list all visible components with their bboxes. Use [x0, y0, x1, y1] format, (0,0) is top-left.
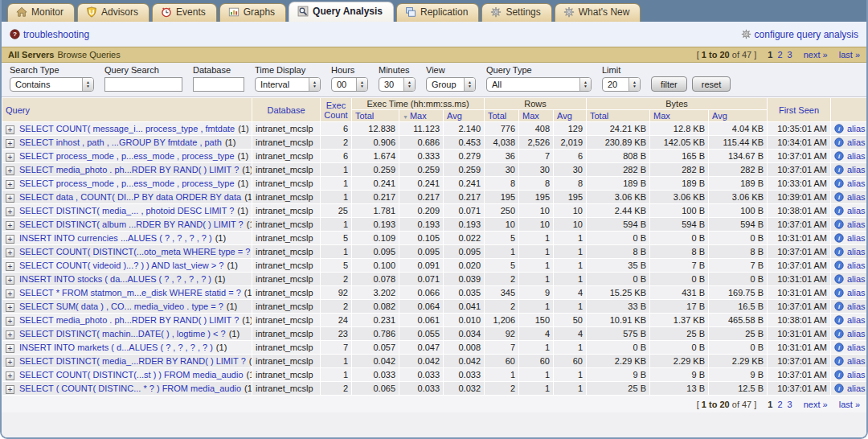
- query-link[interactable]: INSERT INTO markets ( d...ALUES ( ? , ? …: [19, 343, 213, 352]
- limit-select[interactable]: 20 ▲▼: [602, 77, 641, 92]
- col-header-exec-time-avg[interactable]: Avg: [444, 110, 484, 121]
- col-header-query[interactable]: Query: [2, 98, 252, 121]
- tab-graphs[interactable]: Graphs: [219, 3, 286, 22]
- col-header-rows-avg[interactable]: Avg: [554, 110, 586, 121]
- alias-link[interactable]: alias: [847, 343, 866, 352]
- expand-row-icon[interactable]: +: [6, 303, 14, 312]
- tab-settings[interactable]: Settings: [481, 3, 551, 22]
- query-search-input[interactable]: [104, 77, 182, 92]
- query-link[interactable]: SELECT DISTINCT( machin...DATE( ) , logt…: [19, 329, 226, 338]
- col-header-bytes-total[interactable]: Total: [587, 110, 649, 121]
- col-header-exec-count[interactable]: Exec Count: [321, 98, 351, 121]
- database-input[interactable]: [193, 77, 244, 92]
- alias-link[interactable]: alias: [847, 178, 866, 188]
- alias-link[interactable]: alias: [847, 302, 866, 311]
- next-page-link[interactable]: next »: [804, 400, 828, 409]
- query-link[interactable]: SELECT process_mode , p...ess_mode , pro…: [19, 151, 235, 161]
- troubleshooting-link[interactable]: troubleshooting: [23, 29, 89, 40]
- alias-link[interactable]: alias: [847, 206, 866, 215]
- alias-link[interactable]: alias: [847, 315, 866, 325]
- tab-advisors[interactable]: Advisors: [77, 3, 149, 22]
- alias-link[interactable]: alias: [847, 137, 866, 147]
- col-header-bytes-max[interactable]: Max: [650, 110, 708, 121]
- last-page-link[interactable]: last »: [839, 400, 860, 409]
- reset-button[interactable]: reset: [692, 76, 731, 92]
- last-page-link[interactable]: last »: [839, 50, 860, 59]
- next-page-link[interactable]: next »: [804, 50, 828, 59]
- view-select[interactable]: Group ▲▼: [426, 77, 476, 92]
- tab-monitor[interactable]: Monitor: [7, 3, 75, 22]
- alias-link[interactable]: alias: [847, 151, 866, 161]
- query-link[interactable]: SELECT COUNT( DISTINCT(...st ) ) FROM me…: [19, 370, 244, 380]
- expand-row-icon[interactable]: +: [6, 262, 14, 271]
- col-header-rows-max[interactable]: Max: [519, 110, 553, 121]
- query-link[interactable]: SELECT * FROM statmon_m...e_disk WHERE s…: [19, 288, 241, 297]
- expand-row-icon[interactable]: +: [6, 358, 14, 367]
- configure-query-analysis-link[interactable]: configure query analysis: [755, 29, 858, 40]
- expand-row-icon[interactable]: +: [6, 153, 14, 162]
- minutes-select[interactable]: 30 ▲▼: [379, 77, 416, 92]
- tab-what-s-new[interactable]: What's New: [555, 3, 641, 22]
- col-header-bytes-avg[interactable]: Avg: [709, 110, 767, 121]
- alias-link[interactable]: alias: [847, 384, 866, 393]
- alias-link[interactable]: alias: [847, 329, 866, 338]
- page-link-3[interactable]: 3: [788, 50, 792, 59]
- tab-replication[interactable]: Replication: [396, 3, 479, 22]
- alias-link[interactable]: alias: [847, 261, 866, 270]
- expand-row-icon[interactable]: +: [6, 385, 14, 394]
- query-link[interactable]: SELECT COUNT( videoid )...? ) ) AND last…: [19, 261, 223, 270]
- expand-row-icon[interactable]: +: [6, 194, 14, 203]
- hours-select[interactable]: 00 ▲▼: [331, 77, 368, 92]
- expand-row-icon[interactable]: +: [6, 344, 14, 353]
- tab-query-analysis[interactable]: Query Analysis: [289, 2, 394, 22]
- alias-link[interactable]: alias: [847, 124, 866, 133]
- alias-link[interactable]: alias: [847, 274, 866, 284]
- expand-row-icon[interactable]: +: [6, 317, 14, 326]
- expand-row-icon[interactable]: +: [6, 235, 14, 244]
- query-link[interactable]: INSERT INTO stocks ( da...ALUES ( ? , ? …: [19, 274, 211, 284]
- expand-row-icon[interactable]: +: [6, 289, 14, 298]
- alias-link[interactable]: alias: [847, 192, 866, 202]
- tab-events[interactable]: Events: [152, 3, 217, 22]
- expand-row-icon[interactable]: +: [6, 139, 14, 148]
- col-header-exec-time-max[interactable]: ▼Max: [399, 110, 443, 121]
- query-link[interactable]: SELECT media_photo . ph...RDER BY RAND( …: [19, 315, 239, 325]
- expand-row-icon[interactable]: +: [6, 276, 14, 285]
- col-header-first-seen[interactable]: First Seen: [768, 98, 830, 121]
- alias-link[interactable]: alias: [847, 165, 866, 174]
- expand-row-icon[interactable]: +: [6, 371, 14, 380]
- query-link[interactable]: SELECT ( COUNT( DISTINC... * ? ) FROM me…: [19, 384, 241, 393]
- expand-row-icon[interactable]: +: [6, 166, 14, 175]
- query-link[interactable]: SELECT COUNT( message_i... process_type …: [19, 124, 235, 133]
- alias-link[interactable]: alias: [847, 288, 866, 297]
- page-link-2[interactable]: 2: [777, 400, 782, 409]
- query-link[interactable]: SELECT process_mode , p...ess_mode , pro…: [19, 178, 235, 188]
- query-link[interactable]: SELECT DISTINCT( media_... , photoid DES…: [19, 206, 234, 215]
- alias-link[interactable]: alias: [847, 233, 866, 243]
- query-link[interactable]: SELECT DISTINCT( album ...RDER BY RAND( …: [19, 220, 244, 229]
- alias-link[interactable]: alias: [847, 220, 866, 229]
- expand-row-icon[interactable]: +: [6, 207, 14, 216]
- query-link[interactable]: INSERT INTO currencies ...ALUES ( ? , ? …: [19, 233, 212, 243]
- expand-row-icon[interactable]: +: [6, 330, 14, 339]
- query-type-select[interactable]: All ▲▼: [486, 77, 592, 92]
- alias-link[interactable]: alias: [847, 247, 866, 256]
- query-link[interactable]: SELECT inhost , path , ...GROUP BY fmtda…: [19, 137, 222, 147]
- search-type-select[interactable]: Contains ▲▼: [10, 77, 94, 92]
- query-link[interactable]: SELECT media_photo . ph...RDER BY RAND( …: [19, 165, 239, 174]
- page-link-2[interactable]: 2: [777, 50, 782, 59]
- filter-button[interactable]: filter: [651, 76, 687, 92]
- query-link[interactable]: SELECT DISTINCT( media_...RDER BY RAND( …: [19, 356, 246, 366]
- col-header-rows-total[interactable]: Total: [485, 110, 518, 121]
- expand-row-icon[interactable]: +: [6, 221, 14, 230]
- time-display-select[interactable]: Interval ▲▼: [255, 77, 321, 92]
- expand-row-icon[interactable]: +: [6, 125, 14, 134]
- col-header-database[interactable]: Database: [252, 98, 320, 121]
- expand-row-icon[interactable]: +: [6, 248, 14, 257]
- alias-link[interactable]: alias: [847, 356, 866, 366]
- col-header-exec-time-total[interactable]: Total: [352, 110, 399, 121]
- page-link-3[interactable]: 3: [788, 400, 792, 409]
- query-link[interactable]: SELECT SUM( data ) , CO... media_video .…: [19, 302, 223, 311]
- alias-link[interactable]: alias: [847, 370, 866, 380]
- query-link[interactable]: SELECT data , COUNT( DI...P BY data ORDE…: [19, 192, 241, 202]
